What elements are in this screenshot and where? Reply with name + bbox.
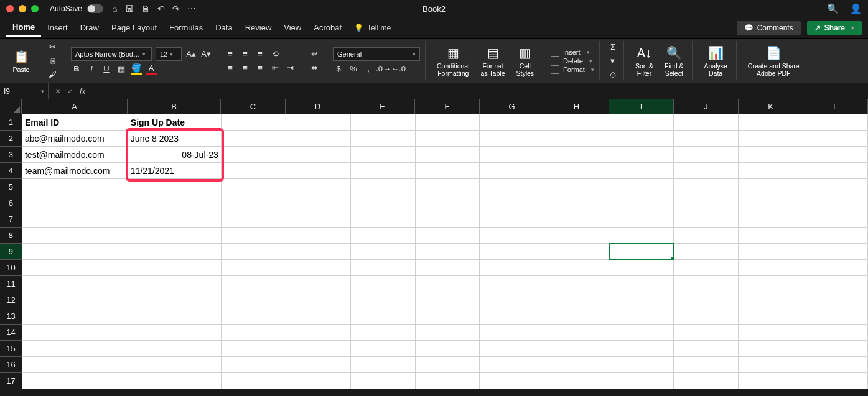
cell-C4[interactable] bbox=[222, 163, 286, 179]
cell-I2[interactable] bbox=[609, 131, 674, 147]
cell-E10[interactable] bbox=[351, 260, 416, 276]
cell-C8[interactable] bbox=[222, 228, 286, 244]
cell-I9[interactable] bbox=[609, 244, 674, 260]
cell-A15[interactable] bbox=[22, 341, 128, 357]
cell-L12[interactable] bbox=[803, 292, 868, 308]
redo-icon[interactable]: ↷ bbox=[172, 4, 180, 14]
cell-L2[interactable] bbox=[803, 131, 868, 147]
cell-H7[interactable] bbox=[544, 211, 609, 228]
tab-insert[interactable]: Insert bbox=[41, 19, 74, 36]
cell-G11[interactable] bbox=[480, 276, 544, 292]
cell-J6[interactable] bbox=[674, 195, 739, 211]
cell-E6[interactable] bbox=[351, 195, 416, 211]
cell-A5[interactable] bbox=[22, 179, 128, 195]
cell-I17[interactable] bbox=[609, 373, 674, 389]
cell-B13[interactable] bbox=[128, 308, 222, 325]
cell-B1[interactable]: Sign Up Date bbox=[128, 114, 222, 131]
cell-G12[interactable] bbox=[480, 292, 544, 308]
cell-D5[interactable] bbox=[286, 179, 351, 195]
cell-F14[interactable] bbox=[416, 325, 480, 341]
cell-A4[interactable]: team@mailmodo.com bbox=[22, 163, 128, 179]
cell-F12[interactable] bbox=[416, 292, 480, 308]
cell-J1[interactable] bbox=[674, 114, 739, 131]
cell-C3[interactable] bbox=[222, 147, 286, 163]
cell-G3[interactable] bbox=[480, 147, 544, 163]
align-bottom-icon[interactable]: ≡ bbox=[254, 48, 266, 60]
cell-D15[interactable] bbox=[286, 341, 351, 357]
cell-H11[interactable] bbox=[544, 276, 609, 292]
close-window-icon[interactable] bbox=[6, 5, 14, 12]
cell-I1[interactable] bbox=[609, 114, 674, 131]
cell-I13[interactable] bbox=[609, 308, 674, 325]
cell-L13[interactable] bbox=[803, 308, 868, 325]
cell-A12[interactable] bbox=[22, 292, 128, 308]
row-header-6[interactable]: 6 bbox=[0, 195, 22, 211]
row-header-4[interactable]: 4 bbox=[0, 163, 22, 179]
cell-I12[interactable] bbox=[609, 292, 674, 308]
cell-J12[interactable] bbox=[674, 292, 739, 308]
saveas-icon[interactable]: 🗎 bbox=[141, 4, 150, 14]
cell-K15[interactable] bbox=[739, 341, 803, 357]
cell-A8[interactable] bbox=[22, 228, 128, 244]
column-header-A[interactable]: A bbox=[22, 99, 128, 114]
cell-B16[interactable] bbox=[128, 357, 222, 373]
cell-H15[interactable] bbox=[544, 341, 609, 357]
cell-L16[interactable] bbox=[803, 357, 868, 373]
cell-C12[interactable] bbox=[222, 292, 286, 308]
cell-B12[interactable] bbox=[128, 292, 222, 308]
font-size-select[interactable]: 12▾ bbox=[156, 47, 182, 61]
cell-D12[interactable] bbox=[286, 292, 351, 308]
decrease-decimal-icon[interactable]: ←.0 bbox=[393, 63, 404, 75]
paste-button[interactable]: 📋 Paste bbox=[9, 48, 34, 74]
cell-F6[interactable] bbox=[416, 195, 480, 211]
cell-J4[interactable] bbox=[674, 163, 739, 179]
cell-H16[interactable] bbox=[544, 357, 609, 373]
cell-F10[interactable] bbox=[416, 260, 480, 276]
cell-H2[interactable] bbox=[544, 131, 609, 147]
cell-G7[interactable] bbox=[480, 211, 544, 228]
cell-B6[interactable] bbox=[128, 195, 222, 211]
undo-icon[interactable]: ↶ bbox=[157, 4, 165, 14]
cell-B3[interactable]: 08-Jul-23 bbox=[128, 147, 222, 163]
insert-cells-button[interactable]: Insert▾ bbox=[551, 48, 594, 57]
cell-A10[interactable] bbox=[22, 260, 128, 276]
analyse-data-button[interactable]: 📊Analyse Data bbox=[700, 44, 730, 77]
tab-draw[interactable]: Draw bbox=[74, 19, 105, 36]
underline-icon[interactable]: U bbox=[101, 63, 112, 75]
cell-E2[interactable] bbox=[351, 131, 416, 147]
cell-G10[interactable] bbox=[480, 260, 544, 276]
cell-G16[interactable] bbox=[480, 357, 544, 373]
cell-B11[interactable] bbox=[128, 276, 222, 292]
cell-L7[interactable] bbox=[803, 211, 868, 228]
cell-A13[interactable] bbox=[22, 308, 128, 325]
tell-me[interactable]: 💡 Tell me bbox=[354, 24, 391, 32]
cell-G1[interactable] bbox=[480, 114, 544, 131]
row-header-16[interactable]: 16 bbox=[0, 357, 22, 373]
cell-D6[interactable] bbox=[286, 195, 351, 211]
cell-C7[interactable] bbox=[222, 211, 286, 228]
format-as-table-button[interactable]: ▤Format as Table bbox=[477, 41, 509, 80]
cell-K10[interactable] bbox=[739, 260, 803, 276]
cell-L3[interactable] bbox=[803, 147, 868, 163]
cell-B17[interactable] bbox=[128, 373, 222, 389]
cell-G15[interactable] bbox=[480, 341, 544, 357]
cell-D7[interactable] bbox=[286, 211, 351, 228]
cell-G5[interactable] bbox=[480, 179, 544, 195]
cell-A17[interactable] bbox=[22, 373, 128, 389]
align-left-icon[interactable]: ≡ bbox=[225, 62, 236, 73]
cell-J10[interactable] bbox=[674, 260, 739, 276]
increase-indent-icon[interactable]: ⇥ bbox=[284, 62, 296, 73]
tab-page-layout[interactable]: Page Layout bbox=[105, 19, 163, 36]
cell-B15[interactable] bbox=[128, 341, 222, 357]
conditional-formatting-button[interactable]: ▦Conditional Formatting bbox=[433, 41, 474, 80]
comma-icon[interactable]: , bbox=[363, 63, 374, 75]
cell-F2[interactable] bbox=[416, 131, 480, 147]
cell-L15[interactable] bbox=[803, 341, 868, 357]
tab-home[interactable]: Home bbox=[6, 19, 41, 37]
cell-J3[interactable] bbox=[674, 147, 739, 163]
decrease-indent-icon[interactable]: ⇤ bbox=[269, 62, 281, 73]
row-header-9[interactable]: 9 bbox=[0, 244, 22, 260]
cell-K13[interactable] bbox=[739, 308, 803, 325]
cell-D8[interactable] bbox=[286, 228, 351, 244]
cell-C16[interactable] bbox=[222, 357, 286, 373]
